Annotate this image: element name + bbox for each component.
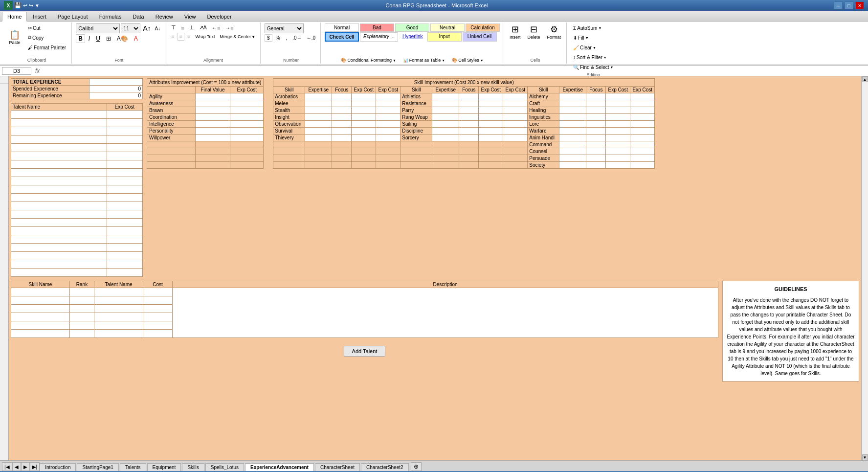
merge-center-button[interactable]: Merge & Center▼ [218,33,257,40]
style-good[interactable]: Good [395,23,429,32]
indent-decrease-button[interactable]: ←≡ [210,24,222,32]
editing-group: Σ AutoSum ▼ ⬇ Fill ▼ 🧹 Clear ▼ ↕ Sort & … [568,22,619,64]
style-checkcell[interactable]: Check Cell [325,32,359,42]
tab-data[interactable]: Data [127,12,149,21]
tab-introduction[interactable]: Introduction [40,463,76,471]
insert-button[interactable]: ⊞ Insert [507,23,523,41]
style-normal[interactable]: Normal [325,23,359,32]
tab-review[interactable]: Review [150,12,178,21]
style-neutral[interactable]: Neutral [430,23,465,32]
minimize-button[interactable]: – [834,1,843,9]
scroll-up-button[interactable]: ▲ [862,76,868,82]
style-bad[interactable]: Bad [360,23,394,32]
align-top-button[interactable]: ⊤ [169,23,178,32]
comma-button[interactable]: , [284,34,290,42]
sort-filter-button[interactable]: ↕ Sort & Filter ▼ [571,53,609,62]
style-input[interactable]: Input [427,32,462,42]
fill-color-button[interactable]: A🎨 [114,34,131,43]
table-row: Coordination Insight Rang Weap [147,114,655,121]
tab-skills[interactable]: Skills [182,463,204,471]
formula-area: fx [33,67,109,74]
tab-character-sheet[interactable]: CharacterSheet [315,463,360,471]
font-label: Font [76,57,162,64]
percent-button[interactable]: % [273,34,283,42]
tab-startingpage1[interactable]: StartingPage1 [77,463,118,471]
tab-talents[interactable]: Talents [120,463,146,471]
number-format-select[interactable]: General [265,23,304,33]
style-calculation[interactable]: Calculation [466,23,500,32]
tab-home[interactable]: Home [2,12,27,22]
tab-last-button[interactable]: ▶| [30,462,40,471]
spended-exp-cell[interactable]: 0 [89,86,142,92]
bold-button[interactable]: B [76,34,85,43]
style-linkedcell[interactable]: Linked Cell [463,32,497,42]
redo-icon[interactable]: ↪ [29,2,33,9]
tab-character-sheet2[interactable]: CharacterSheet2 [361,463,409,471]
cut-button[interactable]: ✂ Cut [25,23,68,32]
format-as-table-button[interactable]: 📊 Format as Table ▼ [401,57,447,64]
align-middle-button[interactable]: ≡ [179,24,186,32]
conditional-formatting-button[interactable]: 🎨 Conditional Formatting ▼ [338,57,398,64]
tab-spells-lotus[interactable]: Spells_Lotus [205,463,244,471]
close-button[interactable]: ✕ [855,1,864,9]
add-talent-button[interactable]: Add Talent [344,346,386,357]
talent-cost-header: Exp Cost [107,104,142,111]
font-name-select[interactable]: Calibri [76,23,120,33]
undo-icon[interactable]: ↩ [23,2,27,9]
align-bottom-button[interactable]: ⊥ [187,23,196,32]
tab-page-layout[interactable]: Page Layout [52,12,93,21]
style-explanatory[interactable]: Explanatory ... [360,32,398,42]
tab-equipment[interactable]: Equipment [147,463,181,471]
cell-reference-input[interactable] [2,67,31,75]
formula-input[interactable] [42,68,109,74]
format-button[interactable]: ⚙ Format [545,23,564,41]
tab-experience-advancement[interactable]: ExperienceAdvancement [245,463,314,471]
align-left-button[interactable]: ≡ [169,33,176,41]
table-row [11,185,143,194]
remaining-exp-cell[interactable]: 0 [89,92,142,99]
tab-prev-button[interactable]: ◀ [12,462,21,471]
autosum-button[interactable]: Σ AutoSum ▼ [571,23,604,32]
tab-first-button[interactable]: |◀ [2,462,12,471]
tab-next-button[interactable]: ▶ [21,462,30,471]
copy-button[interactable]: ⧉ Copy [25,33,68,42]
cell-styles-button[interactable]: 🎨 Cell Styles ▼ [449,57,486,64]
decrease-font-button[interactable]: A↓ [153,25,162,32]
add-sheet-button[interactable]: ⊕ [411,462,422,471]
total-exp-cell[interactable] [89,79,142,86]
wrap-text-button[interactable]: Wrap Text [193,33,217,40]
clear-button[interactable]: 🧹 Clear ▼ [571,43,599,52]
vertical-scrollbar[interactable]: ▲ ▼ [861,76,868,460]
customize-icon[interactable]: ▼ [35,3,40,8]
border-button[interactable]: ⊞ [104,34,113,43]
skill-acrobatics: Acrobatics [273,93,305,100]
tab-view[interactable]: View [179,12,201,21]
indent-increase-button[interactable]: →≡ [223,24,235,32]
paste-button[interactable]: 📋 Paste [5,29,24,46]
font-color-button[interactable]: A [132,34,140,43]
increase-font-button[interactable]: A↑ [141,23,152,33]
maximize-button[interactable]: □ [845,1,853,9]
style-hyperlink[interactable]: Hyperlink [399,32,426,42]
increase-decimal-button[interactable]: .0→ [290,34,303,42]
delete-button[interactable]: ⊟ Delete [525,23,543,41]
decrease-decimal-button[interactable]: ←.0 [305,34,317,42]
align-center-button[interactable]: ≡ [178,33,184,41]
tab-formulas[interactable]: Formulas [94,12,127,21]
talent-name-header2: Talent Name [94,281,143,288]
tab-insert[interactable]: Insert [27,12,52,21]
total-exp-input[interactable] [89,80,142,85]
orientation-button[interactable]: ↗A [197,23,209,32]
italic-button[interactable]: I [86,34,92,43]
underline-button[interactable]: U [93,34,103,43]
font-size-select[interactable]: 11 [121,23,140,33]
currency-button[interactable]: $ [265,34,272,42]
total-exp-label: TOTAL EXPERIENCE [11,79,89,86]
format-painter-button[interactable]: 🖌 Format Painter [25,43,68,52]
scroll-down-button[interactable]: ▼ [862,454,868,460]
align-right-button[interactable]: ≡ [185,33,192,41]
tab-developer[interactable]: Developer [201,12,237,21]
find-select-button[interactable]: 🔍 Find & Select ▼ [571,63,616,71]
save-icon[interactable]: 💾 [14,2,22,9]
fill-button[interactable]: ⬇ Fill ▼ [571,33,591,42]
